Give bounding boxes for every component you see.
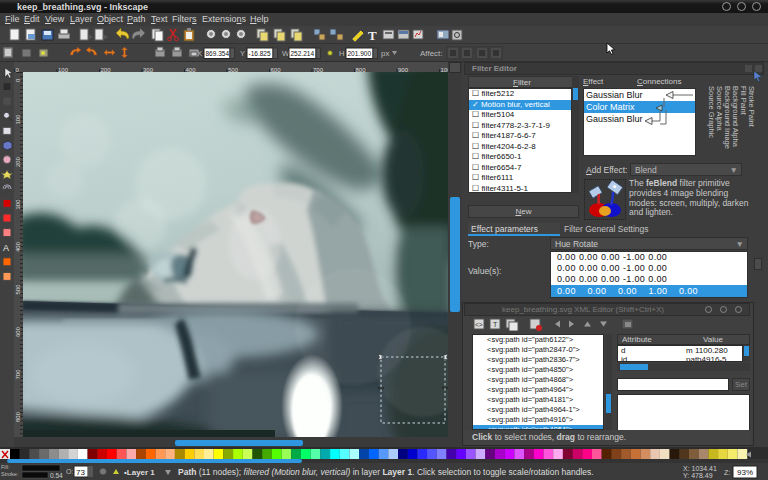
svg-text:Background Alpha: Background Alpha — [731, 86, 740, 148]
svg-text:A: A — [3, 243, 9, 253]
svg-text:Background Image: Background Image — [723, 86, 732, 149]
svg-text:400: 400 — [15, 241, 21, 252]
svg-text:Y: 478.49: Y: 478.49 — [683, 472, 713, 479]
svg-text:869.354: 869.354 — [206, 50, 230, 57]
svg-text:500: 500 — [15, 284, 21, 295]
svg-text:Source Graphic: Source Graphic — [707, 86, 716, 138]
svg-text:Fill Paint: Fill Paint — [739, 86, 748, 116]
svg-text:93%: 93% — [737, 468, 753, 477]
svg-text:X: 1034.41: X: 1034.41 — [683, 465, 717, 472]
svg-text:px: px — [381, 49, 389, 58]
svg-text:200: 200 — [15, 156, 21, 167]
svg-text:T: T — [368, 28, 377, 43]
svg-text:252.214: 252.214 — [291, 50, 315, 57]
svg-text:Fill:: Fill: — [1, 464, 10, 470]
svg-text:201.900: 201.900 — [348, 50, 372, 57]
svg-text:Stroke:: Stroke: — [1, 471, 19, 477]
svg-text:300: 300 — [15, 199, 21, 210]
svg-text:Z:: Z: — [724, 469, 730, 476]
svg-text:H: H — [339, 49, 344, 58]
svg-text:73: 73 — [76, 468, 85, 477]
svg-text:Y: Y — [240, 49, 245, 58]
svg-text:•Layer 1: •Layer 1 — [124, 468, 155, 477]
svg-text:Affect:: Affect: — [420, 49, 443, 58]
svg-text:X: X — [197, 49, 202, 58]
svg-text:-16.825: -16.825 — [249, 50, 271, 57]
svg-text:T: T — [493, 321, 498, 328]
svg-text:<>: <> — [475, 321, 483, 328]
svg-text:100: 100 — [15, 114, 21, 125]
svg-text:600: 600 — [15, 326, 21, 337]
svg-text:Stroke Paint: Stroke Paint — [747, 86, 756, 128]
svg-text:Path (11 nodes); filtered (Mot: Path (11 nodes); filtered (Motion blur, … — [178, 467, 594, 477]
svg-text:0.54: 0.54 — [50, 472, 63, 479]
svg-text:Source Alpha: Source Alpha — [715, 86, 724, 131]
svg-text:O:: O: — [66, 468, 73, 475]
svg-text:700: 700 — [15, 369, 21, 380]
svg-text:800: 800 — [15, 411, 21, 422]
